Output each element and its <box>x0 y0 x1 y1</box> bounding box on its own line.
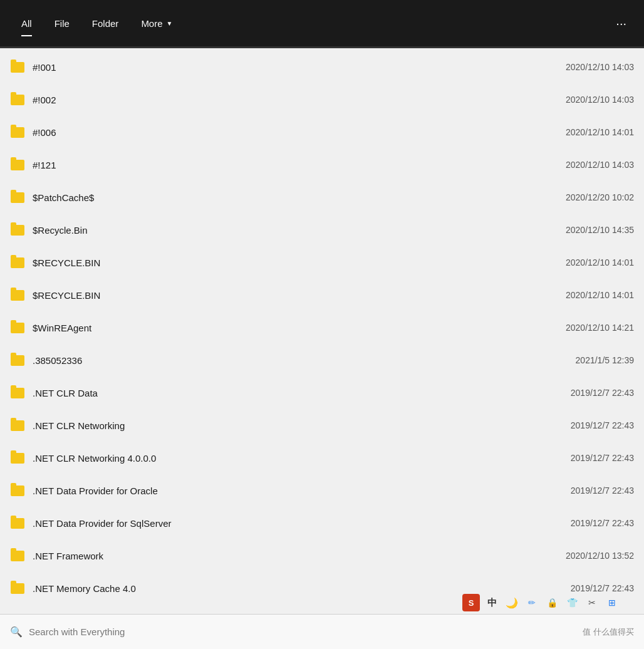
file-name: $Recycle.Bin <box>33 225 534 236</box>
list-item[interactable]: $RECYCLE.BIN2020/12/10 14:01 <box>0 279 644 311</box>
more-arrow-icon: ▼ <box>167 20 173 27</box>
file-date: 2019/12/7 22:43 <box>534 388 634 398</box>
toolbar: All File Folder More ▼ ··· <box>0 0 644 46</box>
folder-icon <box>10 224 25 236</box>
list-item[interactable]: #!0062020/12/10 14:01 <box>0 116 644 148</box>
file-name: .NET Data Provider for SqlServer <box>33 518 534 529</box>
folder-icon <box>10 387 25 399</box>
file-name: #!121 <box>33 160 534 170</box>
file-name: $RECYCLE.BIN <box>33 290 534 301</box>
list-item[interactable]: $RECYCLE.BIN2020/12/10 14:01 <box>0 246 644 279</box>
file-name: .NET Framework <box>33 551 534 561</box>
folder-icon <box>10 256 25 269</box>
folder-icon <box>10 158 25 171</box>
file-date: 2020/12/10 14:03 <box>534 62 634 72</box>
file-name: .385052336 <box>33 355 534 366</box>
list-item[interactable]: .3850523362021/1/5 12:39 <box>0 344 644 376</box>
list-item[interactable]: $PatchCache$2020/12/20 10:02 <box>0 181 644 214</box>
file-name: #!001 <box>33 62 534 73</box>
search-input[interactable] <box>29 626 583 637</box>
list-item[interactable]: .NET Framework2020/12/10 13:52 <box>0 539 644 572</box>
file-date: 2020/12/10 14:03 <box>534 160 634 170</box>
folder-icon <box>10 93 25 106</box>
file-date: 2020/12/20 10:02 <box>534 192 634 202</box>
file-date: 2020/12/10 14:01 <box>534 257 634 267</box>
sogou-icon: S <box>462 594 480 611</box>
folder-icon <box>10 452 25 464</box>
folder-icon <box>10 484 25 497</box>
moon-icon: 🌙 <box>504 594 520 611</box>
file-date: 2020/12/10 14:01 <box>534 127 634 137</box>
search-watermark: 值 什么值得买 <box>583 626 634 638</box>
folder-icon <box>10 354 25 366</box>
list-item[interactable]: .NET Data Provider for Oracle2019/12/7 2… <box>0 474 644 507</box>
list-item[interactable]: .NET CLR Networking2019/12/7 22:43 <box>0 409 644 442</box>
folder-icon <box>10 289 25 301</box>
file-name: .NET CLR Networking <box>33 420 534 431</box>
tab-file[interactable]: File <box>43 13 81 34</box>
file-date: 2019/12/7 22:43 <box>534 420 634 430</box>
list-item[interactable]: $WinREAgent2020/12/10 14:21 <box>0 311 644 344</box>
list-item[interactable]: #!1212020/12/10 14:03 <box>0 148 644 181</box>
list-item[interactable]: #!0022020/12/10 14:03 <box>0 83 644 116</box>
tab-more[interactable]: More ▼ <box>130 13 184 34</box>
folder-icon <box>10 419 25 432</box>
file-name: .NET CLR Data <box>33 388 534 398</box>
list-item[interactable]: #!0012020/12/10 14:03 <box>0 51 644 83</box>
folder-icon <box>10 191 25 204</box>
more-label: More <box>141 18 162 29</box>
pen-icon: ✏ <box>524 594 540 611</box>
file-date: 2021/1/5 12:39 <box>534 355 634 365</box>
grid-icon: ⊞ <box>604 594 620 611</box>
file-date: 2019/12/7 22:43 <box>534 453 634 463</box>
file-name: #!006 <box>33 127 534 138</box>
file-name: $RECYCLE.BIN <box>33 257 534 268</box>
file-list[interactable]: #!0012020/12/10 14:03#!0022020/12/10 14:… <box>0 48 644 614</box>
list-item[interactable]: .NET CLR Data2019/12/7 22:43 <box>0 376 644 409</box>
file-date: 2020/12/10 14:21 <box>534 323 634 333</box>
list-item[interactable]: .NET CLR Networking 4.0.0.02019/12/7 22:… <box>0 442 644 474</box>
system-tray: S 中 🌙 ✏ 🔒 👕 ✂ ⊞ <box>457 591 625 614</box>
tab-all[interactable]: All <box>10 13 43 34</box>
file-name: .NET CLR Networking 4.0.0.0 <box>33 453 534 464</box>
more-options-button[interactable]: ··· <box>608 11 634 36</box>
folder-icon <box>10 126 25 138</box>
file-date: 2020/12/10 14:01 <box>534 290 634 300</box>
folder-icon <box>10 61 25 73</box>
file-date: 2020/12/10 13:52 <box>534 551 634 561</box>
file-name: .NET Data Provider for Oracle <box>33 485 534 496</box>
list-item[interactable]: .NET Data Provider for SqlServer2019/12/… <box>0 507 644 539</box>
content-area: #!0012020/12/10 14:03#!0022020/12/10 14:… <box>0 48 644 614</box>
list-item[interactable]: $Recycle.Bin2020/12/10 14:35 <box>0 214 644 246</box>
input-method-icon: 中 <box>484 594 500 611</box>
tab-folder[interactable]: Folder <box>81 13 130 34</box>
search-bar: 🔍 值 什么值得买 <box>0 614 644 649</box>
folder-icon <box>10 517 25 529</box>
file-date: 2020/12/10 14:35 <box>534 225 634 235</box>
file-name: $PatchCache$ <box>33 192 534 203</box>
shirt-icon: 👕 <box>564 594 580 611</box>
file-date: 2019/12/7 22:43 <box>534 485 634 496</box>
crop-icon: ✂ <box>584 594 600 611</box>
file-date: 2020/12/10 14:03 <box>534 95 634 105</box>
folder-icon <box>10 549 25 562</box>
file-date: 2019/12/7 22:43 <box>534 518 634 528</box>
file-name: $WinREAgent <box>33 323 534 333</box>
shield-tray-icon: 🔒 <box>544 594 560 611</box>
file-name: #!002 <box>33 95 534 105</box>
folder-icon <box>10 582 25 594</box>
folder-icon <box>10 321 25 334</box>
search-icon: 🔍 <box>10 626 23 638</box>
